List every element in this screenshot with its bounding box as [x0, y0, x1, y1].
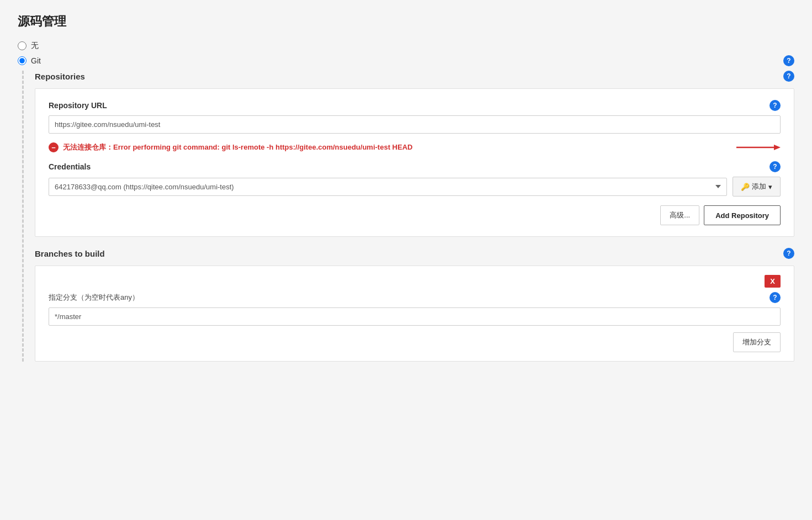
- credentials-label: Credentials: [49, 162, 91, 171]
- repo-url-label-row: Repository URL ?: [49, 100, 781, 111]
- radio-none-item: 无: [18, 41, 794, 51]
- radio-git[interactable]: [18, 56, 26, 65]
- radio-git-item: Git ?: [18, 55, 794, 66]
- repositories-section: Repositories ? Repository URL ? − 无法连接仓库…: [22, 71, 794, 362]
- branches-card: X 指定分支（为空时代表any） ? 增加分支: [35, 266, 794, 362]
- branch-item-header: X: [49, 275, 781, 288]
- add-branch-button[interactable]: 增加分支: [733, 332, 781, 352]
- repo-url-help-icon[interactable]: ?: [769, 100, 781, 111]
- credentials-input-row: 642178633@qq.com (https://qitee.com/nsue…: [49, 177, 781, 197]
- delete-branch-button[interactable]: X: [765, 275, 781, 288]
- repo-url-label: Repository URL: [49, 101, 107, 110]
- add-btn-label: 添加: [752, 182, 766, 192]
- repo-btn-row: 高级... Add Repository: [49, 205, 781, 225]
- branches-title: Branches to build: [35, 249, 105, 258]
- repositories-help-icon[interactable]: ?: [783, 71, 794, 82]
- radio-git-label[interactable]: Git: [31, 56, 41, 65]
- repo-url-input[interactable]: [49, 115, 781, 134]
- add-repository-button[interactable]: Add Repository: [704, 205, 781, 225]
- add-dropdown-icon: ▾: [768, 183, 772, 191]
- git-help-icon[interactable]: ?: [783, 55, 794, 66]
- credentials-help-icon[interactable]: ?: [769, 161, 781, 172]
- error-row: − 无法连接仓库：Error performing git command: g…: [49, 142, 781, 152]
- add-branch-row: 增加分支: [49, 332, 781, 352]
- radio-group: 无 Git ?: [18, 41, 794, 66]
- branches-header: Branches to build ?: [35, 248, 794, 259]
- credentials-select[interactable]: 642178633@qq.com (https://qitee.com/nsue…: [49, 178, 727, 196]
- branch-field-label: 指定分支（为空时代表any）: [49, 293, 139, 303]
- add-credentials-button[interactable]: 🔑 添加 ▾: [733, 177, 781, 197]
- branch-help-icon[interactable]: ?: [769, 292, 781, 303]
- branch-field-label-row: 指定分支（为空时代表any） ?: [49, 292, 781, 303]
- branch-input[interactable]: [49, 307, 781, 326]
- repository-card: Repository URL ? − 无法连接仓库：Error performi…: [35, 88, 794, 237]
- advanced-button[interactable]: 高级...: [660, 205, 699, 225]
- error-icon: −: [49, 142, 59, 152]
- repositories-title: Repositories: [35, 72, 85, 81]
- credentials-label-row: Credentials ?: [49, 161, 781, 172]
- error-text: 无法连接仓库：Error performing git command: git…: [63, 142, 732, 152]
- branches-help-icon[interactable]: ?: [783, 248, 794, 259]
- page-container: 源码管理 无 Git ? Repositories ? Repository U…: [0, 0, 812, 520]
- svg-marker-1: [774, 145, 781, 150]
- radio-none[interactable]: [18, 41, 26, 50]
- error-arrow-icon: [736, 142, 781, 152]
- page-title: 源码管理: [18, 13, 794, 30]
- repo-url-row: Repository URL ?: [49, 100, 781, 134]
- radio-none-label[interactable]: 无: [31, 41, 39, 51]
- repositories-header: Repositories ?: [35, 71, 794, 82]
- key-icon: 🔑: [741, 183, 750, 191]
- credentials-row: Credentials ? 642178633@qq.com (https://…: [49, 161, 781, 197]
